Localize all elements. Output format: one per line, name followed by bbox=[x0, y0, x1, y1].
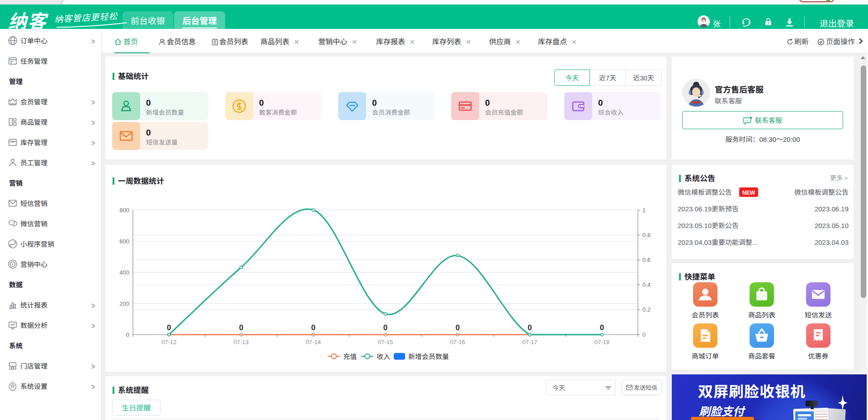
svg-text:400: 400 bbox=[119, 268, 129, 276]
svg-text:充值: 充值 bbox=[343, 351, 357, 361]
svg-text:200: 200 bbox=[119, 299, 129, 308]
svg-text:07-16: 07-16 bbox=[450, 337, 465, 346]
svg-text:0.6: 0.6 bbox=[642, 255, 651, 264]
svg-text:0: 0 bbox=[528, 321, 532, 332]
svg-text:07-12: 07-12 bbox=[161, 337, 176, 346]
svg-text:0: 0 bbox=[600, 321, 604, 332]
svg-text:07-14: 07-14 bbox=[306, 337, 321, 346]
svg-text:600: 600 bbox=[119, 237, 129, 245]
svg-text:0: 0 bbox=[642, 330, 646, 339]
svg-text:07-18: 07-18 bbox=[594, 337, 609, 346]
svg-text:0.2: 0.2 bbox=[642, 305, 651, 313]
svg-text:新增会员数量: 新增会员数量 bbox=[408, 351, 449, 361]
svg-text:0: 0 bbox=[383, 321, 387, 332]
svg-text:0.4: 0.4 bbox=[642, 280, 651, 289]
svg-text:07-17: 07-17 bbox=[522, 337, 537, 346]
svg-text:07-15: 07-15 bbox=[378, 337, 393, 346]
svg-text:1: 1 bbox=[642, 205, 646, 214]
svg-text:0: 0 bbox=[311, 321, 315, 332]
svg-text:0: 0 bbox=[167, 321, 171, 332]
svg-text:0: 0 bbox=[455, 321, 459, 332]
svg-text:0: 0 bbox=[239, 321, 243, 332]
svg-text:0.8: 0.8 bbox=[642, 230, 651, 239]
svg-text:800: 800 bbox=[119, 205, 129, 214]
svg-text:0: 0 bbox=[126, 330, 129, 339]
svg-text:07-13: 07-13 bbox=[234, 337, 249, 346]
svg-text:收入: 收入 bbox=[377, 351, 390, 361]
